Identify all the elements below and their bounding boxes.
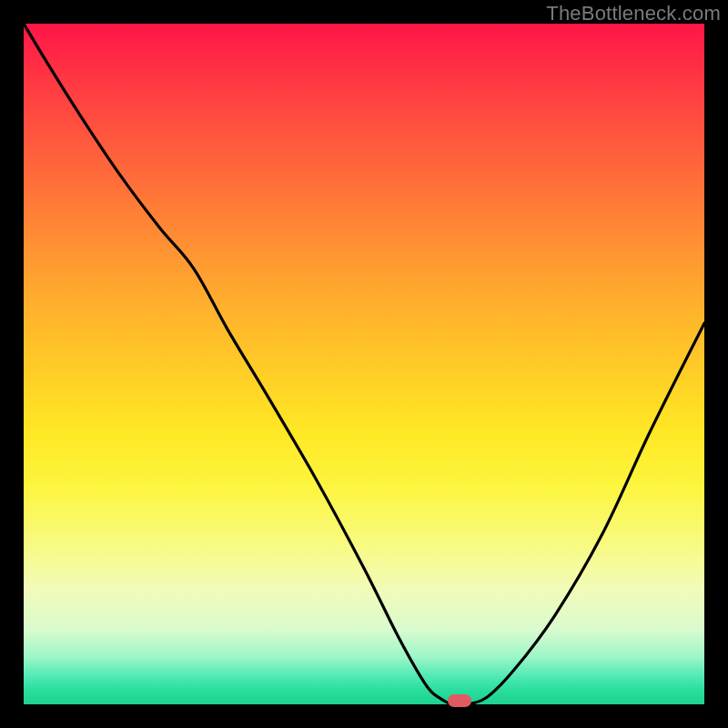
optimal-marker [448, 694, 471, 707]
watermark-text: TheBottleneck.com [546, 2, 721, 25]
bottleneck-curve [24, 24, 704, 704]
chart-frame: TheBottleneck.com [0, 0, 728, 728]
plot-area [24, 24, 704, 704]
